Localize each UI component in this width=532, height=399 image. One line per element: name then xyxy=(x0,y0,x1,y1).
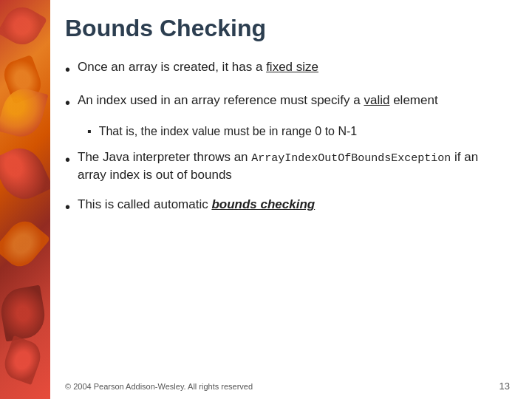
bullet-dot-3: • xyxy=(65,149,70,170)
bullet-item-4: • This is called automatic bounds checki… xyxy=(65,196,510,217)
bullet-text-3: The Java interpreter throws an ArrayInde… xyxy=(78,149,510,184)
bullet-text-1: Once an array is created, it has a fixed… xyxy=(78,58,318,76)
sub-dot-1: ▪ xyxy=(87,125,92,138)
slide-content: Bounds Checking • Once an array is creat… xyxy=(50,0,532,399)
slide-footer: © 2004 Pearson Addison-Wesley. All right… xyxy=(50,381,532,392)
bullet-dot-1: • xyxy=(65,59,70,80)
bounds-checking-styled: bounds checking xyxy=(211,197,315,211)
sub-bullet-1: ▪ That is, the index value must be in ra… xyxy=(87,125,510,138)
slide-title: Bounds Checking xyxy=(65,15,510,42)
bullet-dot-2: • xyxy=(65,92,70,113)
bullet-item-1: • Once an array is created, it has a fix… xyxy=(65,58,510,80)
sub-bullet-text-1: That is, the index value must be in rang… xyxy=(99,125,358,138)
underlined-fixed-size: fixed size xyxy=(266,60,318,74)
footer-page-number: 13 xyxy=(499,381,510,392)
bullet-item-2: • An index used in an array reference mu… xyxy=(65,92,510,113)
bullet-text-2: An index used in an array reference must… xyxy=(78,92,438,109)
underlined-valid: valid xyxy=(364,93,389,107)
code-arrayindexout: ArrayIndexOutOfBoundsException xyxy=(251,152,451,165)
bullet-dot-4: • xyxy=(65,197,70,217)
bullet-text-4: This is called automatic bounds checking xyxy=(78,196,315,214)
footer-copyright: © 2004 Pearson Addison-Wesley. All right… xyxy=(65,382,253,391)
bullet-list: • Once an array is created, it has a fix… xyxy=(65,58,510,217)
bullet-item-3: • The Java interpreter throws an ArrayIn… xyxy=(65,149,510,184)
